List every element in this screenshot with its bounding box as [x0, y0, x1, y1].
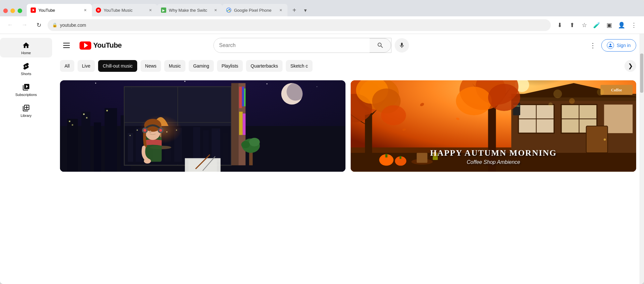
chip-chill-out-music[interactable]: Chill-out music — [98, 60, 137, 72]
forward-button[interactable]: → — [19, 20, 30, 31]
chip-sketch[interactable]: Sketch c — [286, 60, 313, 72]
main-area: YouTube — [52, 34, 644, 284]
title-bar: YouTube ✕ YouTube Music ✕ — [0, 0, 644, 16]
search-button[interactable] — [370, 38, 391, 53]
youtube-favicon — [31, 8, 36, 13]
lock-icon: 🔒 — [52, 23, 57, 27]
address-bar[interactable]: 🔒 youtube.com — [48, 19, 551, 31]
menu-button[interactable]: ⋮ — [628, 20, 639, 31]
svg-point-59 — [149, 131, 152, 133]
chip-all[interactable]: All — [60, 60, 74, 72]
more-options-button[interactable]: ⋮ — [586, 39, 599, 52]
svg-rect-39 — [185, 133, 190, 162]
svg-rect-17 — [83, 114, 84, 115]
nav-bar: ← → ↻ 🔒 youtube.com ⬇ ⬆ ☆ 🧪 ▣ 👤 ⋮ — [0, 16, 644, 34]
svg-rect-12 — [94, 122, 101, 172]
youtube-logo[interactable]: YouTube — [80, 41, 122, 50]
svg-text:Coffee: Coffee — [611, 88, 622, 92]
sidebar-item-library[interactable]: Library — [0, 101, 52, 120]
chip-gaming[interactable]: Gaming — [189, 60, 214, 72]
new-tab-button[interactable]: + — [289, 5, 300, 16]
download-button[interactable]: ⬇ — [554, 20, 565, 31]
sidebar-home-label: Home — [21, 51, 31, 55]
chip-live[interactable]: Live — [78, 60, 95, 72]
search-input[interactable] — [214, 38, 370, 53]
shorts-icon — [22, 62, 30, 71]
video-overlay-title: HAPPY AUTUMN MORNING — [351, 148, 636, 158]
tab-youtube-music[interactable]: YouTube Music ✕ — [92, 4, 157, 16]
video-card-1[interactable] — [60, 80, 345, 279]
profile-button[interactable]: 👤 — [616, 20, 627, 31]
tab-why-switch-close[interactable]: ✕ — [212, 7, 218, 13]
library-icon — [22, 104, 30, 112]
header-right: ⋮ Sign in — [586, 39, 636, 52]
filter-next-button[interactable]: ❯ — [624, 60, 636, 72]
svg-point-128 — [549, 103, 553, 107]
search-form — [213, 38, 391, 53]
why-switch-favicon: ▶ — [161, 8, 166, 13]
sign-in-label: Sign in — [617, 43, 631, 48]
subscriptions-icon — [22, 83, 30, 91]
svg-rect-63 — [239, 87, 242, 108]
svg-point-70 — [249, 138, 260, 146]
share-button[interactable]: ⬆ — [566, 20, 578, 31]
chip-quarterbacks[interactable]: Quarterbacks — [246, 60, 283, 72]
bookmark-button[interactable]: ☆ — [579, 20, 590, 31]
video-thumbnail-2: Coffee MENU — [351, 80, 636, 172]
youtube-logo-icon — [80, 41, 91, 50]
tab-youtube[interactable]: YouTube ✕ — [27, 4, 92, 16]
chip-news[interactable]: News — [140, 60, 161, 72]
tab-youtube-close[interactable]: ✕ — [82, 7, 88, 13]
sidebar: Home Shorts Subscriptions — [0, 34, 52, 284]
sign-in-button[interactable]: Sign in — [601, 39, 636, 52]
fullscreen-button[interactable] — [18, 8, 22, 13]
chip-music[interactable]: Music — [164, 60, 185, 72]
svg-point-125 — [488, 84, 520, 111]
video-overlay-text: HAPPY AUTUMN MORNING Coffee Shop Ambienc… — [351, 148, 636, 165]
minimize-button[interactable] — [10, 8, 15, 13]
svg-rect-61 — [231, 83, 239, 166]
refresh-button[interactable]: ↻ — [33, 20, 44, 31]
video-card-2[interactable]: Coffee MENU — [351, 80, 636, 279]
sidebar-subscriptions-label: Subscriptions — [15, 93, 37, 97]
svg-point-126 — [553, 89, 562, 98]
svg-rect-33 — [128, 133, 133, 162]
hamburger-button[interactable] — [60, 39, 73, 52]
svg-point-129 — [597, 88, 604, 96]
youtube-logo-text: YouTube — [93, 41, 122, 50]
tab-overflow-button[interactable]: ▾ — [300, 5, 311, 16]
back-button[interactable]: ← — [5, 20, 16, 31]
tab-why-switch[interactable]: ▶ Why Make the Switc ✕ — [157, 4, 222, 16]
tab-google-pixel[interactable]: Google Pixel Phone ✕ — [222, 4, 287, 16]
close-button[interactable] — [3, 8, 8, 13]
sidebar-shorts-label: Shorts — [21, 72, 31, 76]
youtube-music-favicon — [96, 8, 101, 13]
tab-google-pixel-close[interactable]: ✕ — [278, 7, 284, 13]
scrollbar[interactable] — [639, 34, 644, 284]
tab-why-switch-title: Why Make the Switc — [169, 8, 210, 13]
tab-youtube-music-close[interactable]: ✕ — [147, 7, 153, 13]
svg-point-26 — [266, 83, 267, 84]
scrollbar-thumb[interactable] — [640, 54, 643, 93]
svg-rect-40 — [193, 127, 200, 162]
svg-rect-11 — [81, 112, 90, 172]
sidebar-item-subscriptions[interactable]: Subscriptions — [0, 80, 52, 99]
video-thumbnail-1 — [60, 80, 345, 172]
svg-point-87 — [381, 105, 406, 125]
sidebar-item-home[interactable]: Home — [0, 38, 52, 57]
svg-rect-67 — [243, 114, 246, 135]
svg-rect-19 — [106, 110, 108, 111]
tab-youtube-music-title: YouTube Music — [104, 8, 145, 13]
sidebar-toggle-button[interactable]: ▣ — [604, 20, 615, 31]
hamburger-line-2 — [63, 45, 70, 46]
svg-rect-98 — [604, 104, 633, 133]
sidebar-item-shorts[interactable]: Shorts — [0, 59, 52, 78]
svg-point-21 — [286, 83, 304, 101]
svg-rect-65 — [244, 88, 245, 106]
svg-rect-10 — [67, 119, 78, 172]
svg-rect-15 — [69, 121, 70, 122]
chip-playlists[interactable]: Playlists — [217, 60, 243, 72]
filter-bar: All Live Chill-out music News Music Gami… — [52, 57, 644, 75]
voice-search-button[interactable] — [395, 38, 409, 53]
extensions-button[interactable]: 🧪 — [591, 20, 602, 31]
